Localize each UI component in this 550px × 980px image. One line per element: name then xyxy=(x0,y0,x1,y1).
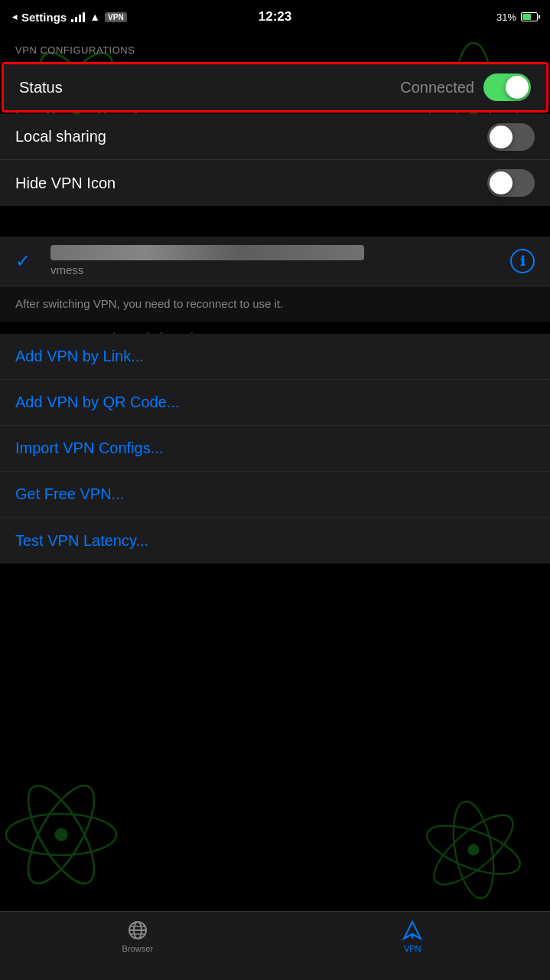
group-spacer-1 xyxy=(0,206,550,237)
tab-vpn-label: VPN xyxy=(404,944,421,953)
local-sharing-row: Local sharing xyxy=(0,114,550,160)
carrier-label: Settings xyxy=(21,11,67,24)
signal-bars-icon xyxy=(71,11,85,22)
svg-point-18 xyxy=(425,804,523,895)
action-label-0: Add VPN by Link... xyxy=(15,348,144,365)
battery-fill xyxy=(522,14,531,20)
action-label-2: Import VPN Configs... xyxy=(15,439,163,457)
vpn-info-button[interactable]: ℹ xyxy=(510,249,535,273)
battery-percent: 31% xyxy=(496,11,516,23)
tab-bar: Browser VPN xyxy=(0,911,550,980)
back-arrow-icon: ◂ xyxy=(12,11,17,22)
switch-notice: After switching VPN, you need to reconne… xyxy=(0,286,550,322)
action-row-1[interactable]: Add VPN by QR Code... xyxy=(0,380,550,426)
svg-point-16 xyxy=(421,816,526,884)
time-display: 12:23 xyxy=(259,9,291,24)
battery-icon xyxy=(521,12,538,21)
svg-point-17 xyxy=(447,799,500,901)
vpn-name-blurred xyxy=(50,245,364,260)
action-label-3: Get Free VPN... xyxy=(15,485,124,503)
tab-browser-label: Browser xyxy=(122,944,153,953)
hide-vpn-label: Hide VPN Icon xyxy=(15,175,116,192)
status-card: Status Connected xyxy=(2,62,548,113)
vpn-item-row[interactable]: ✓ vmess ℹ xyxy=(0,237,550,286)
hide-vpn-toggle[interactable] xyxy=(487,169,535,197)
status-bar: ◂ Settings ▲ VPN 12:23 31% xyxy=(0,0,550,34)
toggle-knob xyxy=(490,126,513,149)
action-label-4: Test VPN Latency... xyxy=(15,532,148,550)
selected-checkmark: ✓ xyxy=(15,250,38,272)
toggle-knob xyxy=(490,172,513,194)
tab-vpn[interactable]: VPN xyxy=(275,920,551,953)
svg-point-19 xyxy=(469,845,479,855)
action-label-1: Add VPN by QR Code... xyxy=(15,394,180,411)
toggle-knob xyxy=(506,76,529,99)
wifi-icon: ▲ xyxy=(89,11,100,23)
svg-point-15 xyxy=(56,829,67,840)
status-row: Status Connected xyxy=(4,64,546,110)
svg-point-14 xyxy=(16,776,107,893)
status-bar-left: ◂ Settings ▲ VPN xyxy=(12,11,127,24)
atom-decor-4 xyxy=(0,766,130,903)
hide-vpn-row: Hide VPN Icon xyxy=(0,160,550,206)
browser-icon xyxy=(127,920,148,941)
atom-decor-5 xyxy=(412,789,535,911)
options-card: Local sharing Hide VPN Icon xyxy=(0,114,550,206)
vpn-tab-icon xyxy=(402,920,423,941)
action-row-4[interactable]: Test VPN Latency... xyxy=(0,518,550,564)
vpn-type-label: vmess xyxy=(50,263,83,276)
actions-card: Add VPN by Link... Add VPN by QR Code...… xyxy=(0,334,550,564)
local-sharing-toggle[interactable] xyxy=(487,123,535,151)
action-row-3[interactable]: Get Free VPN... xyxy=(0,472,550,518)
status-label: Status xyxy=(19,79,63,96)
status-toggle[interactable] xyxy=(483,74,531,101)
action-row-2[interactable]: Import VPN Configs... xyxy=(0,426,550,472)
status-row-right: Connected xyxy=(400,74,531,101)
tab-browser[interactable]: Browser xyxy=(0,920,275,953)
section-label: VPN CONFIGURATIONS xyxy=(0,34,550,62)
vpn-name-area: vmess xyxy=(50,245,498,277)
action-row-0[interactable]: Add VPN by Link... xyxy=(0,334,550,380)
vpn-badge: VPN xyxy=(105,12,127,22)
local-sharing-label: Local sharing xyxy=(15,128,106,145)
svg-point-12 xyxy=(6,814,116,855)
status-bar-right: 31% xyxy=(496,11,538,23)
vpn-item-card: ✓ vmess ℹ After switching VPN, you need … xyxy=(0,237,550,322)
svg-point-13 xyxy=(16,776,107,893)
connected-text: Connected xyxy=(400,79,474,96)
switch-notice-text: After switching VPN, you need to reconne… xyxy=(15,297,283,310)
